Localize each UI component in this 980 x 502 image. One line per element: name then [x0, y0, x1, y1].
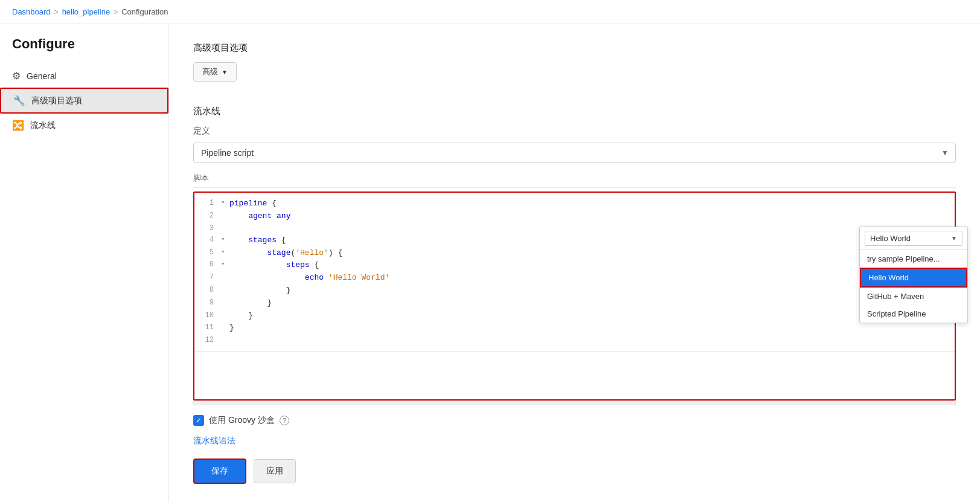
checkmark-icon: ✓	[196, 416, 202, 425]
code-line: 11 }	[199, 322, 950, 335]
code-editor-wrap: 1▾pipeline {2 agent any3 4▾ stages {5▾ s…	[193, 191, 956, 401]
dropdown-item-scripted[interactable]: Scripted Pipeline	[860, 305, 967, 323]
dropdown-item-github-maven[interactable]: GitHub + Maven	[860, 288, 967, 305]
code-line: 10 }	[199, 310, 950, 323]
code-line: 8 }	[199, 285, 950, 297]
definition-label: 定义	[193, 126, 956, 137]
line-number: 2	[199, 210, 221, 222]
breadcrumb-dashboard[interactable]: Dashboard	[12, 7, 51, 16]
code-line: 9 }	[199, 297, 950, 310]
line-number: 6	[199, 259, 221, 271]
sidebar-item-pipeline[interactable]: 🔀 流水线	[0, 114, 168, 137]
pipeline-section-title: 流水线	[193, 106, 956, 117]
gear-icon: ⚙	[12, 70, 21, 82]
main-content: 高级项目选项 高级 ▼ 流水线 定义 Pipeline script Pipel…	[169, 24, 980, 502]
definition-select[interactable]: Pipeline script Pipeline script from SCM	[193, 143, 956, 163]
code-editor-empty-area	[194, 351, 955, 399]
main-layout: Configure ⚙ General 🔧 高级项目选项 🔀 流水线 高级项目选…	[0, 24, 980, 502]
breadcrumb: Dashboard > hello_pipeline > Configurati…	[0, 0, 980, 24]
line-number: 9	[199, 297, 221, 309]
dropdown-select-wrap[interactable]: Hello World ▼	[865, 231, 962, 246]
line-number: 3	[199, 223, 221, 234]
sidebar-item-advanced[interactable]: 🔧 高级项目选项	[0, 88, 168, 114]
fold-arrow-icon: ▾	[221, 259, 229, 270]
line-content: pipeline {	[229, 198, 277, 210]
line-content: stages {	[229, 234, 286, 247]
advanced-dropdown-button[interactable]: 高级 ▼	[193, 62, 237, 82]
advanced-section-title: 高级项目选项	[193, 42, 956, 54]
breadcrumb-sep-2: >	[114, 8, 118, 16]
dropdown-selected-text: Hello World	[870, 234, 949, 243]
line-number: 5	[199, 247, 221, 259]
fold-arrow-icon: ▾	[221, 198, 229, 208]
code-line: 4▾ stages {	[199, 234, 950, 247]
line-number: 7	[199, 272, 221, 283]
groovy-sandbox-row: ✓ 使用 Groovy 沙盒 ?	[193, 415, 956, 426]
code-line: 12	[199, 335, 950, 346]
script-label: 脚本	[193, 173, 956, 188]
wrench-icon: 🔧	[13, 95, 25, 106]
pipeline-syntax-link[interactable]: 流水线语法	[193, 436, 956, 446]
groovy-sandbox-label: 使用 Groovy 沙盒	[209, 415, 275, 426]
line-content: }	[229, 285, 290, 297]
sidebar-item-pipeline-label: 流水线	[30, 120, 56, 131]
chevron-down-icon: ▼	[222, 69, 228, 76]
fold-arrow-icon: ▾	[221, 247, 229, 258]
sidebar-title: Configure	[0, 36, 168, 64]
line-content: stage('Hello') {	[229, 247, 342, 260]
pipeline-icon: 🔀	[12, 120, 24, 131]
groovy-help-icon[interactable]: ?	[280, 416, 289, 425]
code-line: 1▾pipeline {	[199, 198, 950, 210]
code-editor[interactable]: 1▾pipeline {2 agent any3 4▾ stages {5▾ s…	[194, 193, 955, 351]
pipeline-section: 流水线 定义 Pipeline script Pipeline script f…	[193, 106, 956, 484]
line-number: 12	[199, 335, 221, 346]
fold-arrow-icon: ▾	[221, 234, 229, 245]
line-number: 11	[199, 322, 221, 333]
line-number: 4	[199, 234, 221, 246]
line-number: 10	[199, 310, 221, 321]
dropdown-items-container: try sample Pipeline...Hello WorldGitHub …	[860, 250, 967, 323]
code-lines-container: 1▾pipeline {2 agent any3 4▾ stages {5▾ s…	[199, 198, 950, 346]
line-content: echo 'Hello World'	[229, 272, 389, 285]
dropdown-item-hello-world[interactable]: Hello World	[860, 268, 967, 288]
line-number: 8	[199, 285, 221, 296]
line-content: }	[229, 322, 234, 335]
code-line: 2 agent any	[199, 210, 950, 223]
groovy-sandbox-checkbox[interactable]: ✓	[193, 415, 204, 426]
code-line: 5▾ stage('Hello') {	[199, 247, 950, 260]
line-content: }	[229, 310, 253, 323]
definition-select-wrap: Pipeline script Pipeline script from SCM…	[193, 143, 956, 163]
breadcrumb-pipeline[interactable]: hello_pipeline	[62, 7, 110, 16]
code-line: 6▾ steps {	[199, 259, 950, 272]
code-line: 7 echo 'Hello World'	[199, 272, 950, 285]
buttons-row: 保存 应用	[193, 459, 956, 484]
sidebar-item-advanced-label: 高级项目选项	[31, 95, 82, 106]
apply-button[interactable]: 应用	[254, 459, 296, 483]
line-content: agent any	[229, 210, 290, 223]
breadcrumb-current: Configuration	[121, 7, 168, 16]
line-content: steps {	[229, 259, 319, 272]
sidebar-item-general-label: General	[27, 71, 57, 81]
breadcrumb-sep-1: >	[54, 8, 59, 16]
horizontal-scrollbar[interactable]	[193, 401, 956, 405]
dropdown-arrow-icon: ▼	[951, 235, 957, 242]
sidebar: Configure ⚙ General 🔧 高级项目选项 🔀 流水线	[0, 24, 169, 502]
save-button[interactable]: 保存	[193, 459, 246, 484]
line-content: }	[229, 297, 272, 310]
advanced-button-label: 高级	[202, 66, 218, 77]
sidebar-item-general[interactable]: ⚙ General	[0, 64, 168, 88]
line-number: 1	[199, 198, 221, 209]
code-line: 3	[199, 223, 950, 234]
dropdown-item-try-sample[interactable]: try sample Pipeline...	[860, 250, 967, 268]
sample-pipeline-dropdown: Hello World ▼ try sample Pipeline...Hell…	[859, 227, 968, 323]
